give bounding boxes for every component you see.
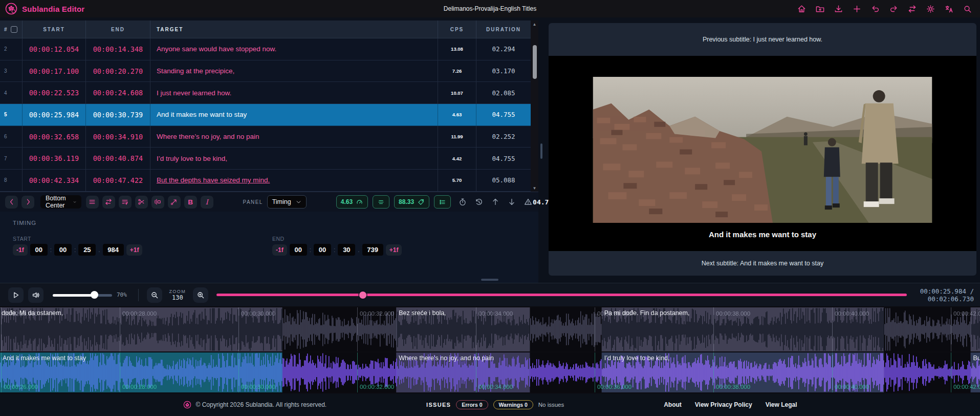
row-target-text[interactable]: But the depths have seized my mind. — [150, 170, 438, 191]
row-target-text[interactable]: I’d truly love to be kind, — [150, 148, 438, 169]
minus-one-frame-button[interactable]: -1f — [13, 244, 28, 256]
milliseconds-field[interactable]: 984 — [103, 244, 124, 256]
subtitle-position-select[interactable]: Bottom Center — [40, 195, 81, 209]
errors-badge[interactable]: Errors 0 — [456, 400, 488, 409]
video-player[interactable]: And it makes me want to stay — [549, 56, 976, 251]
minutes-field[interactable]: 00 — [54, 244, 72, 256]
history-button[interactable] — [474, 197, 484, 206]
row-end-time[interactable]: 00:00:34.910 — [85, 126, 150, 148]
tag-badge[interactable]: 88.33 — [394, 195, 429, 209]
table-row[interactable]: 300:00:17.10000:00:20.270Standing at the… — [0, 60, 538, 82]
new-folder-button[interactable] — [815, 4, 825, 14]
table-row[interactable]: 800:00:42.33400:00:47.422But the depths … — [0, 170, 538, 192]
plus-one-frame-button[interactable]: +1f — [386, 244, 402, 256]
header-cps[interactable]: CPS — [438, 20, 476, 38]
seek-bar[interactable] — [216, 287, 907, 303]
table-scrollbar[interactable]: ▲ ▼ — [531, 20, 538, 192]
row-end-time[interactable]: 00:00:40.874 — [85, 148, 150, 169]
row-start-time[interactable]: 00:00:36.119 — [22, 148, 85, 169]
search-button[interactable] — [962, 4, 973, 14]
play-button[interactable] — [8, 287, 24, 303]
home-button[interactable] — [796, 4, 807, 14]
swap-lines-button[interactable] — [102, 196, 115, 209]
panel-splitter-handle[interactable] — [540, 143, 542, 159]
row-start-time[interactable]: 00:00:12.054 — [22, 38, 85, 60]
seek-track[interactable] — [216, 294, 907, 296]
seek-thumb[interactable] — [359, 292, 366, 299]
target-waveform-track[interactable] — [0, 352, 980, 392]
scroll-up-icon[interactable]: ▲ — [531, 20, 538, 28]
stopwatch-button[interactable] — [458, 197, 467, 206]
scroll-down-icon[interactable]: ▼ — [531, 184, 538, 192]
redo-button[interactable] — [888, 4, 899, 14]
minus-one-frame-button[interactable]: -1f — [272, 244, 287, 256]
row-end-time[interactable]: 00:00:47.422 — [85, 170, 150, 191]
arrow-up-button[interactable] — [491, 197, 500, 206]
arrow-down-button[interactable] — [507, 197, 516, 206]
row-target-text[interactable]: Where there’s no joy, and no pain — [150, 126, 438, 148]
row-start-time[interactable]: 00:00:25.984 — [22, 104, 85, 126]
bold-button[interactable]: B — [184, 196, 197, 209]
italic-button[interactable]: I — [201, 196, 213, 209]
scrollbar-thumb[interactable] — [533, 45, 537, 79]
minutes-field[interactable]: 00 — [314, 244, 331, 256]
row-start-time[interactable]: 00:00:42.334 — [22, 170, 85, 191]
header-start[interactable]: START — [22, 20, 85, 38]
scissors-button[interactable] — [135, 196, 148, 209]
volume-slider[interactable] — [53, 287, 112, 303]
table-row[interactable]: 400:00:22.52300:00:24.608I just never le… — [0, 82, 538, 104]
header-end[interactable]: END — [85, 20, 150, 38]
zoom-out-button[interactable] — [147, 287, 162, 303]
row-start-time[interactable]: 00:00:22.523 — [22, 82, 85, 103]
select-all-checkbox[interactable] — [11, 26, 17, 33]
plus-one-frame-button[interactable]: +1f — [126, 244, 143, 256]
table-row[interactable]: 600:00:32.65800:00:34.910Where there’s n… — [0, 126, 538, 148]
transfer-button[interactable] — [907, 4, 918, 14]
align-left-badge[interactable] — [373, 195, 389, 209]
zoom-in-button[interactable] — [193, 287, 208, 303]
row-target-text[interactable]: Standing at the precipice, — [150, 60, 438, 82]
row-start-time[interactable]: 00:00:32.658 — [22, 126, 85, 148]
row-target-text[interactable]: I just never learned how. — [150, 82, 438, 103]
volume-thumb[interactable] — [91, 291, 98, 299]
seconds-field[interactable]: 25 — [78, 244, 96, 256]
source-waveform-track[interactable] — [0, 307, 980, 351]
panel-select[interactable]: Timing — [267, 195, 307, 209]
warning-button[interactable] — [524, 197, 533, 206]
header-target[interactable]: TARGET — [150, 20, 438, 38]
settings-button[interactable] — [925, 4, 936, 14]
row-target-text[interactable]: And it makes me want to stay — [150, 104, 438, 126]
row-start-time[interactable]: 00:00:17.100 — [22, 60, 85, 82]
header-duration[interactable]: DURATION — [476, 20, 531, 38]
insert-cue-button[interactable] — [151, 196, 164, 209]
horizontal-resize-handle[interactable] — [481, 279, 498, 281]
download-button[interactable] — [833, 4, 844, 14]
previous-subtitle-button[interactable] — [5, 196, 18, 209]
footer-link-view-privacy-policy[interactable]: View Privacy Policy — [695, 401, 752, 408]
hours-field[interactable]: 00 — [30, 244, 48, 256]
row-end-time[interactable]: 00:00:14.348 — [85, 38, 150, 60]
add-button[interactable] — [852, 4, 862, 14]
footer-link-about[interactable]: About — [664, 401, 682, 408]
row-end-time[interactable]: 00:00:20.270 — [85, 60, 150, 82]
row-target-text[interactable]: Anyone sane would have stopped now. — [150, 38, 438, 60]
row-end-time[interactable]: 00:00:24.608 — [85, 82, 150, 103]
seconds-field[interactable]: 30 — [338, 244, 355, 256]
next-subtitle-button[interactable] — [21, 196, 34, 209]
table-row[interactable]: 500:00:25.98400:00:30.739And it makes me… — [0, 104, 538, 126]
split-cue-button[interactable] — [168, 196, 181, 209]
warnings-badge[interactable]: Warnings 0 — [493, 400, 533, 409]
undo-button[interactable] — [870, 4, 881, 14]
milliseconds-field[interactable]: 739 — [362, 244, 383, 256]
list-badge[interactable] — [434, 195, 451, 209]
footer-link-view-legal[interactable]: View Legal — [766, 401, 797, 408]
table-row[interactable]: 200:00:12.05400:00:14.348Anyone sane wou… — [0, 38, 538, 60]
translate-button[interactable] — [944, 4, 954, 14]
gauge-badge[interactable]: 4.63 — [336, 195, 368, 209]
row-end-time[interactable]: 00:00:30.739 — [85, 104, 150, 126]
hours-field[interactable]: 00 — [290, 244, 307, 256]
table-row[interactable]: 700:00:36.11900:00:40.874I’d truly love … — [0, 148, 538, 170]
mute-button[interactable] — [28, 287, 43, 303]
align-lines-button[interactable] — [86, 196, 99, 209]
wrap-lines-button[interactable] — [119, 196, 132, 209]
